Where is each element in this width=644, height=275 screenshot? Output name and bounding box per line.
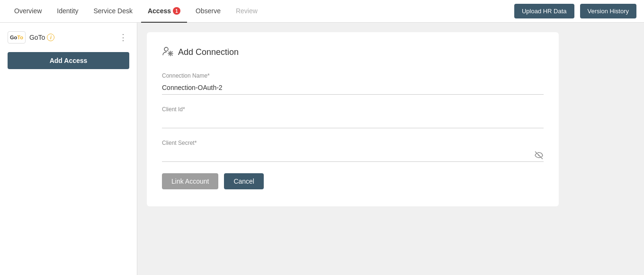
client-id-input[interactable]: [162, 115, 544, 128]
nav-item-service-desk[interactable]: Service Desk: [87, 0, 139, 23]
access-badge: 1: [173, 7, 180, 15]
sidebar-logo-area: GoTo GoTo i: [8, 31, 54, 44]
nav-label-observe: Observe: [196, 7, 221, 15]
client-secret-input-wrapper: [162, 148, 544, 162]
content-area: Add Connection Connection Name* Client I…: [137, 23, 644, 275]
client-id-label: Client Id*: [162, 106, 544, 113]
nav-label-review: Review: [236, 7, 258, 15]
link-account-button[interactable]: Link Account: [162, 173, 218, 189]
main-layout: GoTo GoTo i ⋮ Add Access: [0, 23, 644, 275]
cancel-button[interactable]: Cancel: [224, 173, 264, 189]
add-connection-form-card: Add Connection Connection Name* Client I…: [147, 32, 559, 206]
form-card-header: Add Connection: [162, 45, 544, 59]
nav-label-access: Access: [148, 7, 171, 15]
sidebar: GoTo GoTo i ⋮ Add Access: [0, 23, 137, 275]
nav-item-observe[interactable]: Observe: [189, 0, 227, 23]
nav-label-service-desk: Service Desk: [94, 7, 133, 15]
svg-point-0: [164, 47, 168, 51]
svg-point-1: [170, 53, 171, 54]
client-secret-group: Client Secret*: [162, 140, 544, 162]
connection-name-group: Connection Name*: [162, 72, 544, 95]
add-access-button[interactable]: Add Access: [8, 52, 129, 69]
form-card-title: Add Connection: [178, 47, 239, 57]
goto-logo: GoTo: [8, 31, 26, 44]
add-connection-icon: [162, 45, 173, 59]
top-navigation: Overview Identity Service Desk Access 1 …: [0, 0, 644, 23]
client-secret-label: Client Secret*: [162, 140, 544, 146]
logo-go: Go: [10, 35, 17, 40]
form-actions: Link Account Cancel: [162, 173, 544, 189]
nav-label-identity: Identity: [57, 7, 78, 15]
info-icon[interactable]: i: [47, 34, 54, 41]
upload-hr-data-button[interactable]: Upload HR Data: [514, 4, 574, 18]
client-secret-input[interactable]: [162, 148, 544, 162]
three-dot-menu[interactable]: ⋮: [117, 30, 129, 44]
connection-name-label: Connection Name*: [162, 72, 544, 79]
sidebar-app-name: GoTo i: [29, 34, 54, 41]
nav-label-overview: Overview: [14, 7, 42, 15]
app-name-text: GoTo: [29, 34, 45, 41]
client-id-group: Client Id*: [162, 106, 544, 128]
nav-item-identity[interactable]: Identity: [50, 0, 85, 23]
nav-item-review: Review: [229, 0, 264, 23]
nav-item-overview[interactable]: Overview: [8, 0, 48, 23]
version-history-button[interactable]: Version History: [580, 4, 636, 18]
connection-name-input[interactable]: [162, 81, 544, 95]
toggle-password-icon[interactable]: [534, 151, 544, 160]
logo-to: To: [17, 35, 23, 40]
nav-item-access[interactable]: Access 1: [141, 0, 187, 23]
sidebar-header: GoTo GoTo i ⋮: [8, 30, 129, 44]
